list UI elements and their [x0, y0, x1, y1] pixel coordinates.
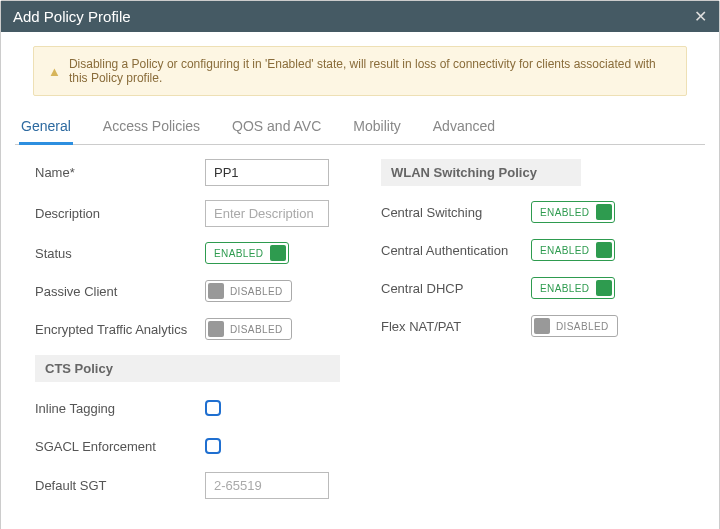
left-column: Name* Description Status ENABLED Passive… — [35, 159, 351, 513]
default-sgt-label: Default SGT — [35, 478, 205, 493]
tab-strip: General Access Policies QOS and AVC Mobi… — [15, 112, 705, 145]
modal-title: Add Policy Profile — [13, 8, 131, 25]
tab-advanced[interactable]: Advanced — [431, 112, 497, 144]
description-label: Description — [35, 206, 205, 221]
eta-label: Encrypted Traffic Analytics — [35, 322, 205, 337]
toggle-knob-icon — [208, 283, 224, 299]
eta-toggle[interactable]: DISABLED — [205, 318, 292, 340]
status-toggle[interactable]: ENABLED — [205, 242, 289, 264]
name-input[interactable] — [205, 159, 329, 186]
warning-text: Disabling a Policy or configuring it in … — [69, 57, 672, 85]
passive-client-toggle[interactable]: DISABLED — [205, 280, 292, 302]
warning-icon: ▲ — [48, 64, 61, 79]
central-auth-toggle-text: ENABLED — [540, 245, 590, 256]
tab-access-policies[interactable]: Access Policies — [101, 112, 202, 144]
toggle-knob-icon — [208, 321, 224, 337]
status-toggle-text: ENABLED — [214, 248, 264, 259]
flex-nat-toggle-text: DISABLED — [556, 321, 609, 332]
status-label: Status — [35, 246, 205, 261]
tab-general[interactable]: General — [19, 112, 73, 145]
central-switching-toggle-text: ENABLED — [540, 207, 590, 218]
flex-nat-toggle[interactable]: DISABLED — [531, 315, 618, 337]
eta-toggle-text: DISABLED — [230, 324, 283, 335]
add-policy-profile-modal: Add Policy Profile ✕ ▲ Disabling a Polic… — [0, 0, 720, 529]
toggle-knob-icon — [596, 204, 612, 220]
inline-tagging-checkbox[interactable] — [205, 400, 221, 416]
flex-nat-label: Flex NAT/PAT — [381, 319, 531, 334]
description-input[interactable] — [205, 200, 329, 227]
right-column: WLAN Switching Policy Central Switching … — [381, 159, 697, 513]
default-sgt-input[interactable] — [205, 472, 329, 499]
central-dhcp-toggle[interactable]: ENABLED — [531, 277, 615, 299]
tab-qos-avc[interactable]: QOS and AVC — [230, 112, 323, 144]
toggle-knob-icon — [596, 242, 612, 258]
toggle-knob-icon — [270, 245, 286, 261]
central-dhcp-label: Central DHCP — [381, 281, 531, 296]
central-dhcp-toggle-text: ENABLED — [540, 283, 590, 294]
central-auth-toggle[interactable]: ENABLED — [531, 239, 615, 261]
cts-policy-header: CTS Policy — [35, 355, 340, 382]
modal-titlebar: Add Policy Profile ✕ — [1, 1, 719, 32]
sgacl-enforcement-checkbox[interactable] — [205, 438, 221, 454]
sgacl-enforcement-label: SGACL Enforcement — [35, 439, 205, 454]
close-icon[interactable]: ✕ — [694, 7, 707, 26]
passive-client-label: Passive Client — [35, 284, 205, 299]
name-label: Name* — [35, 165, 205, 180]
central-switching-label: Central Switching — [381, 205, 531, 220]
toggle-knob-icon — [596, 280, 612, 296]
inline-tagging-label: Inline Tagging — [35, 401, 205, 416]
toggle-knob-icon — [534, 318, 550, 334]
passive-client-toggle-text: DISABLED — [230, 286, 283, 297]
central-auth-label: Central Authentication — [381, 243, 531, 258]
tab-mobility[interactable]: Mobility — [351, 112, 402, 144]
wlan-switching-header: WLAN Switching Policy — [381, 159, 581, 186]
warning-banner: ▲ Disabling a Policy or configuring it i… — [33, 46, 687, 96]
central-switching-toggle[interactable]: ENABLED — [531, 201, 615, 223]
